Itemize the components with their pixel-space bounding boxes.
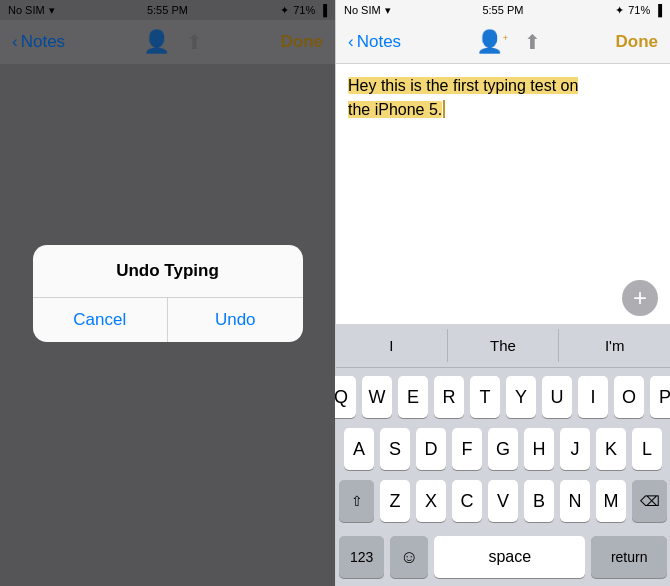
key-f[interactable]: F xyxy=(452,428,482,470)
undo-dialog: Undo Typing Cancel Undo xyxy=(33,245,303,342)
right-panel: No SIM ▾ 5:55 PM ✦ 71% ▐ ‹ Notes 👤+ ⬆ Do… xyxy=(335,0,670,586)
right-chevron-icon: ‹ xyxy=(348,32,354,52)
text-cursor xyxy=(443,100,445,118)
key-b[interactable]: B xyxy=(524,480,554,522)
right-bluetooth-icon: ✦ xyxy=(615,4,624,17)
key-l[interactable]: L xyxy=(632,428,662,470)
key-h[interactable]: H xyxy=(524,428,554,470)
key-n[interactable]: N xyxy=(560,480,590,522)
right-back-btn[interactable]: ‹ Notes xyxy=(348,32,401,52)
left-panel: No SIM ▾ 5:55 PM ✦ 71% ▐ ‹ Notes 👤 ⬆ Don… xyxy=(0,0,335,586)
right-carrier: No SIM xyxy=(344,4,381,16)
key-r[interactable]: R xyxy=(434,376,464,418)
key-shift[interactable]: ⇧ xyxy=(339,480,374,522)
key-p[interactable]: P xyxy=(650,376,670,418)
key-w[interactable]: W xyxy=(362,376,392,418)
dialog-undo-btn[interactable]: Undo xyxy=(168,298,303,342)
key-y[interactable]: Y xyxy=(506,376,536,418)
key-g[interactable]: G xyxy=(488,428,518,470)
key-d[interactable]: D xyxy=(416,428,446,470)
keyboard-bottom-row: 123 ☺ space return xyxy=(336,536,670,586)
right-nav-title: Notes xyxy=(357,32,401,52)
dialog-overlay: Undo Typing Cancel Undo xyxy=(0,0,335,586)
autocomplete-item-1[interactable]: The xyxy=(448,329,560,362)
key-return[interactable]: return xyxy=(591,536,667,578)
key-i[interactable]: I xyxy=(578,376,608,418)
right-battery: 71% xyxy=(628,4,650,16)
key-s[interactable]: S xyxy=(380,428,410,470)
dialog-buttons: Cancel Undo xyxy=(33,298,303,342)
fab-button[interactable]: + xyxy=(622,280,658,316)
key-m[interactable]: M xyxy=(596,480,626,522)
right-done-btn[interactable]: Done xyxy=(615,32,658,52)
key-row-1: Q W E R T Y U I O P xyxy=(339,376,667,418)
note-text: Hey this is the first typing test onthe … xyxy=(348,77,578,118)
key-o[interactable]: O xyxy=(614,376,644,418)
key-space[interactable]: space xyxy=(434,536,585,578)
right-wifi-icon: ▾ xyxy=(385,4,391,17)
right-share-icon[interactable]: ⬆ xyxy=(524,30,541,54)
keyboard: I The I'm Q W E R T Y U I O P A S D xyxy=(336,324,670,586)
key-u[interactable]: U xyxy=(542,376,572,418)
key-e[interactable]: E xyxy=(398,376,428,418)
autocomplete-item-0[interactable]: I xyxy=(336,329,448,362)
key-z[interactable]: Z xyxy=(380,480,410,522)
key-j[interactable]: J xyxy=(560,428,590,470)
key-a[interactable]: A xyxy=(344,428,374,470)
dialog-title: Undo Typing xyxy=(33,245,303,287)
dialog-cancel-btn[interactable]: Cancel xyxy=(33,298,168,342)
right-nav-bar: ‹ Notes 👤+ ⬆ Done xyxy=(336,20,670,64)
note-content-area[interactable]: Hey this is the first typing test onthe … xyxy=(336,64,670,324)
key-delete[interactable]: ⌫ xyxy=(632,480,667,522)
key-k[interactable]: K xyxy=(596,428,626,470)
key-x[interactable]: X xyxy=(416,480,446,522)
key-row-2: A S D F G H J K L xyxy=(339,428,667,470)
key-row-3: ⇧ Z X C V B N M ⌫ xyxy=(339,480,667,522)
right-status-bar: No SIM ▾ 5:55 PM ✦ 71% ▐ xyxy=(336,0,670,20)
key-v[interactable]: V xyxy=(488,480,518,522)
right-battery-icon: ▐ xyxy=(654,4,662,16)
key-t[interactable]: T xyxy=(470,376,500,418)
key-c[interactable]: C xyxy=(452,480,482,522)
keyboard-rows: Q W E R T Y U I O P A S D F G H J K xyxy=(336,368,670,536)
right-nav-icons: 👤+ ⬆ xyxy=(476,29,541,55)
autocomplete-item-2[interactable]: I'm xyxy=(559,329,670,362)
autocomplete-bar: I The I'm xyxy=(336,324,670,368)
key-emoji[interactable]: ☺ xyxy=(390,536,428,578)
key-123[interactable]: 123 xyxy=(339,536,384,578)
right-contacts-icon[interactable]: 👤+ xyxy=(476,29,508,55)
right-time: 5:55 PM xyxy=(482,4,523,16)
